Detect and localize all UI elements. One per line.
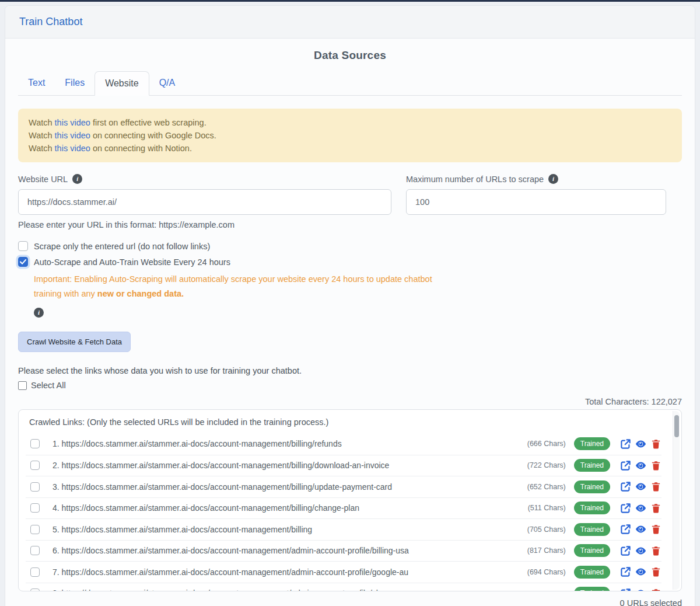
- eye-icon[interactable]: [635, 460, 646, 471]
- scrollbar-track[interactable]: [673, 411, 680, 590]
- external-link-icon[interactable]: [620, 545, 631, 556]
- external-link-icon[interactable]: [620, 566, 631, 577]
- table-row: 8. https://docs.stammer.ai/stammer.ai-do…: [26, 583, 662, 592]
- trash-icon[interactable]: [650, 503, 662, 514]
- row-url: 2. https://docs.stammer.ai/stammer.ai-do…: [52, 461, 389, 470]
- eye-icon[interactable]: [635, 438, 646, 450]
- trash-icon[interactable]: [650, 566, 662, 577]
- website-url-field: Website URL i Please enter your URL in t…: [18, 174, 391, 229]
- status-badge: Trained: [574, 501, 610, 514]
- max-urls-input[interactable]: [406, 189, 666, 215]
- tab-text[interactable]: Text: [18, 71, 55, 95]
- external-link-icon[interactable]: [620, 503, 631, 514]
- external-link-icon[interactable]: [620, 481, 631, 492]
- train-chatbot-panel: Train Chatbot Data Sources Text Files We…: [5, 5, 695, 606]
- row-char-count: (705 Chars): [527, 525, 566, 534]
- crawl-website-button[interactable]: Crawl Website & Fetch Data: [18, 332, 131, 352]
- label-text: Website URL: [18, 175, 68, 184]
- status-badge: Trained: [574, 437, 610, 450]
- eye-icon[interactable]: [635, 524, 646, 535]
- row-checkbox[interactable]: [30, 567, 40, 577]
- video-link-scraping[interactable]: this video: [55, 118, 90, 127]
- tab-website[interactable]: Website: [94, 71, 149, 96]
- url-format-helper: Please enter your URL in this format: ht…: [18, 220, 391, 229]
- trash-icon[interactable]: [650, 588, 662, 591]
- scrape-only-checkbox[interactable]: [18, 241, 28, 251]
- info-icon[interactable]: i: [34, 308, 44, 318]
- page-title: Train Chatbot: [19, 16, 82, 27]
- status-badge: Trained: [574, 523, 610, 536]
- tab-qa[interactable]: Q/A: [149, 71, 186, 95]
- row-checkbox[interactable]: [30, 439, 40, 448]
- row-checkbox[interactable]: [30, 546, 40, 555]
- max-urls-field: Maximum number of URLs to scrape i: [406, 174, 666, 229]
- auto-scrape-checkbox[interactable]: [18, 257, 28, 267]
- status-badge: Trained: [574, 587, 610, 591]
- video-link-notion[interactable]: this video: [55, 144, 90, 153]
- notice-text: Watch: [29, 118, 55, 127]
- scrape-only-row: Scrape only the entered url (do not foll…: [18, 241, 682, 251]
- website-url-input[interactable]: [18, 189, 391, 215]
- trash-icon[interactable]: [650, 545, 662, 556]
- table-row: 6. https://docs.stammer.ai/stammer.ai-do…: [26, 540, 662, 562]
- row-checkbox[interactable]: [30, 525, 40, 534]
- selection-instruction: Please select the links whose data you w…: [18, 366, 682, 375]
- status-badge: Trained: [574, 480, 610, 493]
- external-link-icon[interactable]: [620, 524, 631, 535]
- notice-text: first on effective web scraping.: [90, 118, 206, 127]
- row-char-count: (652 Chars): [527, 483, 566, 491]
- auto-scrape-label: Auto-Scrape and Auto-Train Website Every…: [34, 257, 230, 267]
- external-link-icon[interactable]: [620, 438, 631, 450]
- select-all-label: Select All: [31, 381, 66, 390]
- info-icon[interactable]: i: [72, 174, 82, 184]
- panel-body: Data Sources Text Files Website Q/A Watc…: [5, 39, 695, 606]
- external-link-icon[interactable]: [620, 588, 631, 591]
- scrape-only-label: Scrape only the entered url (do not foll…: [34, 242, 210, 251]
- label-text: Maximum number of URLs to scrape: [406, 175, 544, 184]
- eye-icon[interactable]: [635, 588, 646, 591]
- notice-text: Watch: [29, 131, 55, 140]
- video-link-google-docs[interactable]: this video: [55, 131, 90, 140]
- notice-text: on connecting with Notion.: [90, 144, 192, 153]
- crawled-links-box: Crawled Links: (Only the selected URLs w…: [18, 409, 682, 591]
- status-badge: Trained: [574, 544, 610, 557]
- row-char-count: (817 Chars): [527, 546, 566, 555]
- row-checkbox[interactable]: [30, 588, 40, 591]
- row-checkbox[interactable]: [30, 503, 40, 513]
- eye-icon[interactable]: [635, 503, 646, 514]
- trash-icon[interactable]: [650, 460, 662, 471]
- auto-scrape-info: i: [34, 307, 682, 318]
- auto-scrape-note: Important: Enabling Auto-Scraping will a…: [34, 272, 454, 301]
- table-row: 2. https://docs.stammer.ai/stammer.ai-do…: [26, 455, 662, 476]
- eye-icon[interactable]: [635, 481, 646, 492]
- website-url-label: Website URL i: [18, 174, 391, 184]
- trash-icon[interactable]: [650, 481, 662, 492]
- row-checkbox[interactable]: [30, 461, 40, 470]
- notice-text: on connecting with Google Docs.: [90, 131, 216, 140]
- info-icon[interactable]: i: [548, 174, 558, 184]
- trash-icon[interactable]: [650, 438, 662, 450]
- trash-icon[interactable]: [650, 524, 662, 535]
- row-char-count: (666 Chars): [527, 440, 566, 448]
- row-char-count: (694 Chars): [527, 568, 566, 576]
- scrollbar-thumb[interactable]: [674, 415, 679, 437]
- select-all-checkbox[interactable]: [18, 381, 27, 390]
- eye-icon[interactable]: [635, 566, 646, 577]
- notice-line: Watch this video on connecting with Goog…: [29, 129, 671, 142]
- notice-line: Watch this video on connecting with Noti…: [29, 142, 671, 155]
- crawled-links-rows: Crawled Links: (Only the selected URLs w…: [19, 410, 681, 591]
- external-link-icon[interactable]: [620, 460, 631, 471]
- total-characters: Total Characters: 122,027: [18, 397, 682, 406]
- tab-files[interactable]: Files: [55, 71, 94, 95]
- row-url: 7. https://docs.stammer.ai/stammer.ai-do…: [52, 567, 408, 577]
- selected-count: 0 URLs selected: [18, 598, 682, 606]
- crawled-links-header: Crawled Links: (Only the selected URLs w…: [26, 410, 662, 433]
- row-checkbox[interactable]: [30, 482, 40, 492]
- section-title: Data Sources: [18, 49, 682, 62]
- form-grid: Website URL i Please enter your URL in t…: [18, 174, 682, 229]
- status-badge: Trained: [574, 566, 610, 579]
- eye-icon[interactable]: [635, 545, 646, 556]
- row-url: 5. https://docs.stammer.ai/stammer.ai-do…: [52, 525, 312, 534]
- table-row: 3. https://docs.stammer.ai/stammer.ai-do…: [26, 476, 662, 497]
- table-row: 7. https://docs.stammer.ai/stammer.ai-do…: [26, 561, 662, 583]
